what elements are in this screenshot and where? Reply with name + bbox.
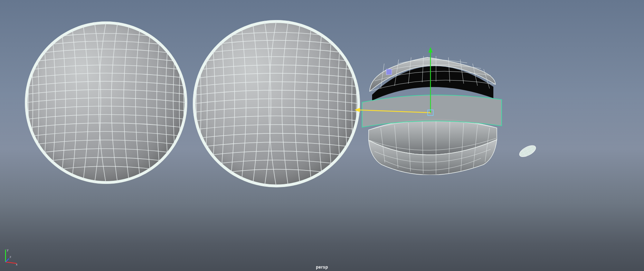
fragment-wire <box>516 141 540 161</box>
svg-point-1 <box>194 21 359 186</box>
poly-sphere-2[interactable] <box>193 20 360 187</box>
move-gizmo[interactable] <box>351 44 437 120</box>
sphere3-bottom-cap <box>369 119 497 175</box>
viewport-3d[interactable]: y x z persp <box>0 0 644 271</box>
svg-point-0 <box>26 22 186 183</box>
wireframe-sphere-2 <box>193 20 360 187</box>
axis-z-label: z <box>10 255 11 259</box>
gizmo-x-arrowhead-icon <box>354 108 360 112</box>
wireframe-sphere-1 <box>25 21 187 184</box>
axis-z-icon <box>6 259 9 262</box>
axis-x-icon <box>6 262 17 263</box>
gizmo-yz-plane-handle[interactable] <box>386 69 392 75</box>
gizmo-x-axis[interactable] <box>358 110 430 113</box>
sphere3-fragment[interactable] <box>516 141 540 162</box>
view-axis-triad: y x z <box>3 248 19 265</box>
camera-name-label: persp <box>316 265 328 270</box>
axis-y-label: y <box>7 248 9 252</box>
poly-sphere-1[interactable] <box>25 21 187 184</box>
gizmo-y-arrowhead-icon <box>428 47 433 53</box>
axis-x-label: x <box>16 263 18 266</box>
